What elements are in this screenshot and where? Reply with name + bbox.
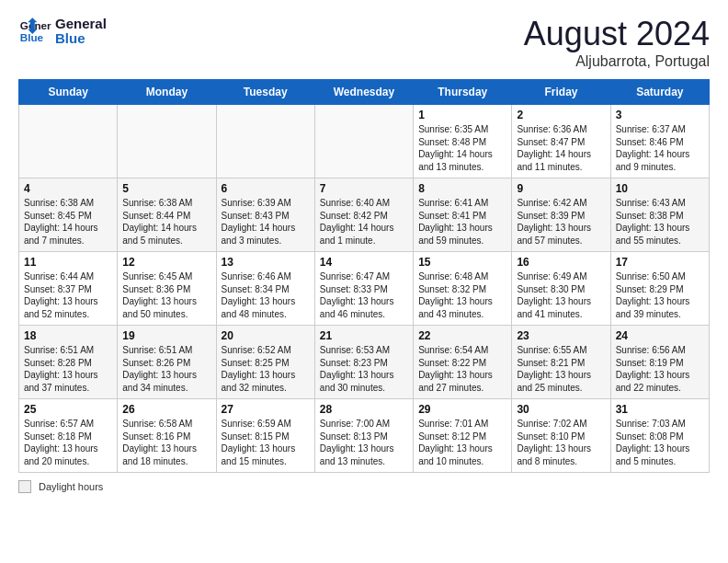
day-number: 28 [320, 403, 408, 416]
day-info: Sunrise: 6:45 AM Sunset: 8:36 PM Dayligh… [122, 270, 210, 320]
day-info: Sunrise: 6:50 AM Sunset: 8:29 PM Dayligh… [616, 270, 704, 320]
calendar-week-row: 25Sunrise: 6:57 AM Sunset: 8:18 PM Dayli… [19, 399, 710, 473]
day-info: Sunrise: 6:55 AM Sunset: 8:21 PM Dayligh… [517, 344, 605, 394]
day-info: Sunrise: 6:35 AM Sunset: 8:48 PM Dayligh… [418, 123, 506, 173]
day-number: 17 [616, 256, 704, 269]
calendar-cell: 13Sunrise: 6:46 AM Sunset: 8:34 PM Dayli… [216, 252, 314, 326]
day-number: 20 [222, 329, 310, 342]
day-number: 23 [517, 329, 605, 342]
day-number: 2 [517, 109, 605, 121]
day-info: Sunrise: 6:57 AM Sunset: 8:18 PM Dayligh… [24, 418, 112, 467]
weekday-header-friday: Friday [512, 80, 610, 105]
calendar-cell: 25Sunrise: 6:57 AM Sunset: 8:18 PM Dayli… [19, 399, 118, 473]
day-info: Sunrise: 6:38 AM Sunset: 8:45 PM Dayligh… [24, 197, 112, 247]
day-number: 24 [616, 329, 704, 342]
day-number: 19 [122, 329, 210, 342]
calendar-cell [314, 105, 413, 178]
day-info: Sunrise: 6:40 AM Sunset: 8:42 PM Dayligh… [320, 197, 408, 247]
calendar-cell [216, 105, 314, 178]
day-info: Sunrise: 6:47 AM Sunset: 8:33 PM Dayligh… [320, 270, 408, 320]
calendar-cell: 6Sunrise: 6:39 AM Sunset: 8:43 PM Daylig… [216, 178, 314, 252]
day-info: Sunrise: 7:01 AM Sunset: 8:12 PM Dayligh… [418, 418, 506, 467]
day-info: Sunrise: 6:51 AM Sunset: 8:26 PM Dayligh… [122, 344, 210, 394]
day-number: 1 [418, 109, 506, 121]
calendar-cell: 29Sunrise: 7:01 AM Sunset: 8:12 PM Dayli… [414, 399, 512, 473]
day-number: 12 [122, 256, 210, 269]
calendar-cell: 12Sunrise: 6:45 AM Sunset: 8:36 PM Dayli… [118, 252, 216, 326]
day-info: Sunrise: 6:49 AM Sunset: 8:30 PM Dayligh… [517, 270, 605, 320]
day-number: 30 [517, 403, 605, 416]
day-number: 4 [24, 182, 112, 195]
day-number: 16 [517, 256, 605, 269]
calendar-cell: 28Sunrise: 7:00 AM Sunset: 8:13 PM Dayli… [314, 399, 413, 473]
day-number: 22 [418, 329, 506, 342]
calendar-cell: 5Sunrise: 6:38 AM Sunset: 8:44 PM Daylig… [118, 178, 216, 252]
calendar-cell: 11Sunrise: 6:44 AM Sunset: 8:37 PM Dayli… [19, 252, 118, 326]
day-info: Sunrise: 6:52 AM Sunset: 8:25 PM Dayligh… [222, 344, 310, 394]
day-info: Sunrise: 7:00 AM Sunset: 8:13 PM Dayligh… [320, 418, 408, 467]
weekday-header-saturday: Saturday [610, 80, 709, 105]
calendar-week-row: 4Sunrise: 6:38 AM Sunset: 8:45 PM Daylig… [19, 178, 710, 252]
day-info: Sunrise: 6:54 AM Sunset: 8:22 PM Dayligh… [418, 344, 506, 394]
day-number: 14 [320, 256, 408, 269]
calendar-cell: 23Sunrise: 6:55 AM Sunset: 8:21 PM Dayli… [512, 326, 610, 399]
day-number: 21 [320, 329, 408, 342]
weekday-header-sunday: Sunday [19, 80, 118, 105]
day-number: 11 [24, 256, 112, 269]
weekday-header-row: SundayMondayTuesdayWednesdayThursdayFrid… [19, 80, 710, 105]
day-info: Sunrise: 7:02 AM Sunset: 8:10 PM Dayligh… [517, 418, 605, 467]
day-info: Sunrise: 6:46 AM Sunset: 8:34 PM Dayligh… [222, 270, 310, 320]
day-number: 6 [222, 182, 310, 195]
title-block: August 2024 Aljubarrota, Portugal [524, 15, 710, 70]
day-number: 27 [222, 403, 310, 416]
day-info: Sunrise: 6:39 AM Sunset: 8:43 PM Dayligh… [222, 197, 310, 247]
day-number: 31 [616, 403, 704, 416]
day-number: 9 [517, 182, 605, 195]
logo-icon: General Blue [18, 15, 51, 48]
day-info: Sunrise: 6:58 AM Sunset: 8:16 PM Dayligh… [122, 418, 210, 467]
weekday-header-wednesday: Wednesday [314, 80, 413, 105]
calendar-cell: 18Sunrise: 6:51 AM Sunset: 8:28 PM Dayli… [19, 326, 118, 399]
day-info: Sunrise: 6:44 AM Sunset: 8:37 PM Dayligh… [24, 270, 112, 320]
day-number: 7 [320, 182, 408, 195]
month-year: August 2024 [524, 15, 710, 53]
day-number: 25 [24, 403, 112, 416]
day-info: Sunrise: 6:56 AM Sunset: 8:19 PM Dayligh… [616, 344, 704, 394]
calendar-cell: 21Sunrise: 6:53 AM Sunset: 8:23 PM Dayli… [314, 326, 413, 399]
calendar-cell: 17Sunrise: 6:50 AM Sunset: 8:29 PM Dayli… [610, 252, 709, 326]
calendar-cell: 15Sunrise: 6:48 AM Sunset: 8:32 PM Dayli… [414, 252, 512, 326]
calendar-cell [118, 105, 216, 178]
calendar-cell: 27Sunrise: 6:59 AM Sunset: 8:15 PM Dayli… [216, 399, 314, 473]
legend: Daylight hours [18, 480, 710, 493]
day-info: Sunrise: 6:37 AM Sunset: 8:46 PM Dayligh… [616, 123, 704, 173]
legend-label: Daylight hours [39, 481, 103, 492]
calendar-cell: 30Sunrise: 7:02 AM Sunset: 8:10 PM Dayli… [512, 399, 610, 473]
day-info: Sunrise: 7:03 AM Sunset: 8:08 PM Dayligh… [616, 418, 704, 467]
day-info: Sunrise: 6:42 AM Sunset: 8:39 PM Dayligh… [517, 197, 605, 247]
calendar-cell: 14Sunrise: 6:47 AM Sunset: 8:33 PM Dayli… [314, 252, 413, 326]
day-info: Sunrise: 6:43 AM Sunset: 8:38 PM Dayligh… [616, 197, 704, 247]
calendar-cell: 19Sunrise: 6:51 AM Sunset: 8:26 PM Dayli… [118, 326, 216, 399]
day-info: Sunrise: 6:51 AM Sunset: 8:28 PM Dayligh… [24, 344, 112, 394]
calendar-cell: 8Sunrise: 6:41 AM Sunset: 8:41 PM Daylig… [414, 178, 512, 252]
day-info: Sunrise: 6:41 AM Sunset: 8:41 PM Dayligh… [418, 197, 506, 247]
day-number: 8 [418, 182, 506, 195]
day-info: Sunrise: 6:36 AM Sunset: 8:47 PM Dayligh… [517, 123, 605, 173]
weekday-header-tuesday: Tuesday [216, 80, 314, 105]
calendar-cell: 24Sunrise: 6:56 AM Sunset: 8:19 PM Dayli… [610, 326, 709, 399]
calendar-cell: 2Sunrise: 6:36 AM Sunset: 8:47 PM Daylig… [512, 105, 610, 178]
location: Aljubarrota, Portugal [524, 53, 710, 70]
day-info: Sunrise: 6:48 AM Sunset: 8:32 PM Dayligh… [418, 270, 506, 320]
calendar-cell [19, 105, 118, 178]
weekday-header-monday: Monday [118, 80, 216, 105]
logo: General Blue General Blue [18, 15, 107, 48]
calendar-cell: 3Sunrise: 6:37 AM Sunset: 8:46 PM Daylig… [610, 105, 709, 178]
legend-box [18, 480, 31, 493]
weekday-header-thursday: Thursday [414, 80, 512, 105]
calendar-cell: 10Sunrise: 6:43 AM Sunset: 8:38 PM Dayli… [610, 178, 709, 252]
calendar-week-row: 1Sunrise: 6:35 AM Sunset: 8:48 PM Daylig… [19, 105, 710, 178]
calendar-cell: 1Sunrise: 6:35 AM Sunset: 8:48 PM Daylig… [414, 105, 512, 178]
logo-line2: Blue [55, 31, 107, 47]
day-number: 18 [24, 329, 112, 342]
calendar-cell: 4Sunrise: 6:38 AM Sunset: 8:45 PM Daylig… [19, 178, 118, 252]
